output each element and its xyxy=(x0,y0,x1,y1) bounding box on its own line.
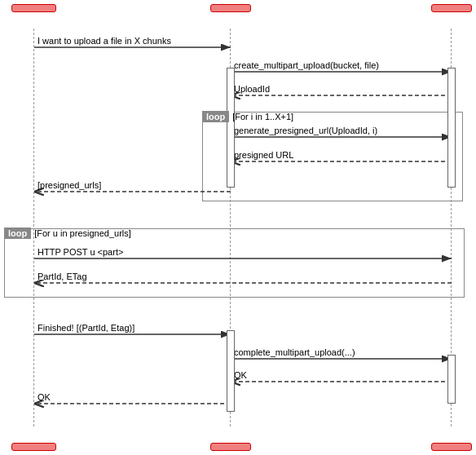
actor-aws-top xyxy=(431,4,472,12)
activation-act2 xyxy=(447,68,456,188)
loop-condition-loop2: [For u in presigned_urls] xyxy=(34,228,131,238)
actor-user-bottom xyxy=(11,443,56,451)
actor-api-bottom xyxy=(210,443,251,451)
actor-user-top xyxy=(11,4,56,12)
svg-text:OK: OK xyxy=(234,370,248,380)
actor-aws-bottom xyxy=(431,443,472,451)
svg-text:create_multipart_upload(bucket: create_multipart_upload(bucket, file) xyxy=(234,60,379,70)
loop-header-loop1: loop[For i in 1..X+1] xyxy=(202,111,293,122)
activation-act3 xyxy=(227,330,235,412)
loop-keyword-loop2: loop xyxy=(4,228,31,239)
activation-act1 xyxy=(227,68,235,188)
loop-condition-loop1: [For i in 1..X+1] xyxy=(232,112,293,121)
loop-box-loop1 xyxy=(202,112,463,201)
loop-header-loop2: loop[For u in presigned_urls] xyxy=(4,228,131,239)
svg-text:I want to upload a file in X c: I want to upload a file in X chunks xyxy=(37,36,171,46)
actor-api-top xyxy=(210,4,251,12)
svg-text:OK: OK xyxy=(37,392,51,402)
loop-keyword-loop1: loop xyxy=(202,111,229,122)
svg-text:Finished! [(PartId, Etag)]: Finished! [(PartId, Etag)] xyxy=(37,323,134,333)
activation-act4 xyxy=(447,355,456,404)
svg-text:UploadId: UploadId xyxy=(234,84,270,94)
svg-text:[presigned_urls]: [presigned_urls] xyxy=(37,180,101,190)
svg-text:complete_multipart_upload(...): complete_multipart_upload(...) xyxy=(234,347,355,357)
